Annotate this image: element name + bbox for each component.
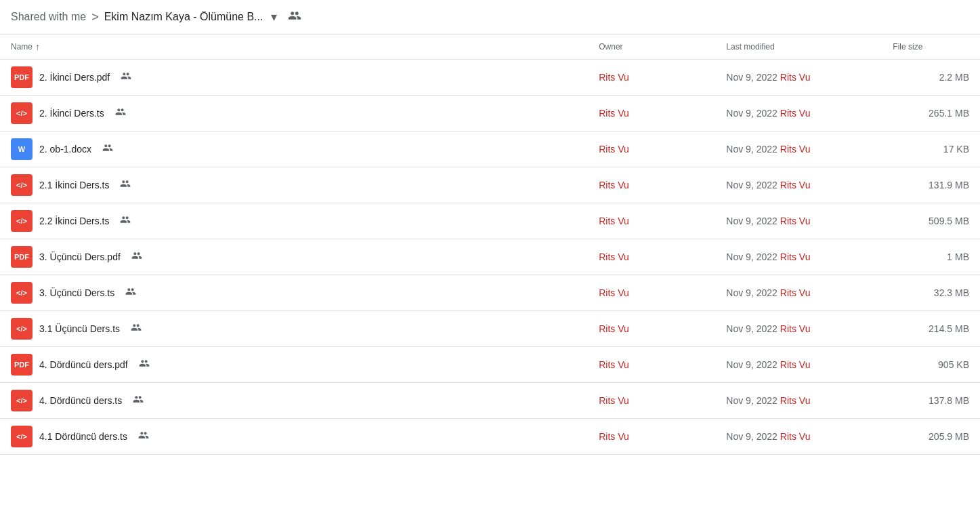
file-modified-cell: Nov 9, 2022 Rits Vu: [715, 167, 882, 203]
modified-by-link[interactable]: Rits Vu: [780, 216, 811, 226]
table-row[interactable]: </>4. Dördüncü ders.tsRits VuNov 9, 2022…: [0, 383, 980, 419]
col-header-owner[interactable]: Owner: [588, 35, 715, 60]
modified-by-link[interactable]: Rits Vu: [780, 251, 811, 262]
modified-date-text: Nov 9, 2022 Rits Vu: [726, 287, 871, 298]
modified-date-text: Nov 9, 2022 Rits Vu: [726, 395, 871, 406]
col-header-modified[interactable]: Last modified: [715, 35, 882, 60]
modified-by-link[interactable]: Rits Vu: [780, 108, 811, 119]
table-row[interactable]: </>2.1 İkinci Ders.tsRits VuNov 9, 2022 …: [0, 167, 980, 203]
file-icon-ts: </>: [11, 102, 33, 124]
owner-link[interactable]: Rits Vu: [599, 180, 629, 190]
file-size-cell: 2.2 MB: [882, 60, 980, 96]
sort-ascending-icon: ↑: [35, 41, 40, 52]
file-name-cell: </>4.1 Dördüncü ders.ts: [0, 419, 588, 455]
file-size-cell: 32.3 MB: [882, 275, 980, 311]
file-modified-cell: Nov 9, 2022 Rits Vu: [715, 131, 882, 167]
col-header-name[interactable]: Name ↑: [0, 35, 588, 60]
file-icon-pdf: PDF: [11, 354, 33, 376]
breadcrumb-dropdown-button[interactable]: ▾: [268, 8, 280, 26]
file-modified-cell: Nov 9, 2022 Rits Vu: [715, 203, 882, 239]
file-name-cell: </>3.1 Üçüncü Ders.ts: [0, 311, 588, 347]
file-owner-cell: Rits Vu: [588, 131, 715, 167]
table-row[interactable]: </>3. Üçüncü Ders.tsRits VuNov 9, 2022 R…: [0, 275, 980, 311]
chevron-down-icon: ▾: [271, 9, 277, 24]
file-icon-pdf: PDF: [11, 66, 33, 88]
shared-people-icon: [120, 178, 131, 192]
file-size-cell: 131.9 MB: [882, 167, 980, 203]
file-name-cell: </>4. Dördüncü ders.ts: [0, 383, 588, 419]
owner-link[interactable]: Rits Vu: [599, 359, 629, 370]
modified-date-text: Nov 9, 2022 Rits Vu: [726, 323, 871, 334]
table-row[interactable]: W2. ob-1.docxRits VuNov 9, 2022 Rits Vu1…: [0, 131, 980, 167]
col-header-size[interactable]: File size: [882, 35, 980, 60]
file-size-cell: 205.9 MB: [882, 419, 980, 455]
owner-link[interactable]: Rits Vu: [599, 144, 629, 155]
file-name-text: 3.1 Üçüncü Ders.ts: [39, 323, 120, 334]
file-name-cell: </>2. İkinci Ders.ts: [0, 96, 588, 131]
file-modified-cell: Nov 9, 2022 Rits Vu: [715, 383, 882, 419]
file-name-text: 2. İkinci Ders.ts: [39, 108, 104, 119]
modified-date-text: Nov 9, 2022 Rits Vu: [726, 144, 871, 155]
file-name-cell: PDF3. Üçüncü Ders.pdf: [0, 239, 588, 275]
file-size-cell: 1 MB: [882, 239, 980, 275]
modified-by-link[interactable]: Rits Vu: [780, 395, 811, 406]
shared-people-icon: [139, 358, 150, 371]
shared-people-icon: [138, 430, 149, 443]
file-size-cell: 137.8 MB: [882, 383, 980, 419]
file-name-cell: PDF4. Dördüncü ders.pdf: [0, 347, 588, 383]
file-name-text: 3. Üçüncü Ders.pdf: [39, 251, 121, 262]
file-icon-ts: </>: [11, 282, 33, 304]
modified-date-text: Nov 9, 2022 Rits Vu: [726, 359, 871, 370]
shared-people-icon: [131, 322, 142, 336]
modified-by-link[interactable]: Rits Vu: [780, 144, 811, 155]
modified-by-link[interactable]: Rits Vu: [780, 180, 811, 190]
owner-link[interactable]: Rits Vu: [599, 323, 629, 334]
modified-date-text: Nov 9, 2022 Rits Vu: [726, 180, 871, 190]
file-size-cell: 905 KB: [882, 347, 980, 383]
table-row[interactable]: </>3.1 Üçüncü Ders.tsRits VuNov 9, 2022 …: [0, 311, 980, 347]
shared-people-icon: [131, 250, 142, 264]
file-owner-cell: Rits Vu: [588, 203, 715, 239]
modified-by-link[interactable]: Rits Vu: [780, 323, 811, 334]
modified-date-text: Nov 9, 2022 Rits Vu: [726, 108, 871, 119]
file-name-text: 4.1 Dördüncü ders.ts: [39, 431, 127, 442]
owner-link[interactable]: Rits Vu: [599, 251, 629, 262]
owner-link[interactable]: Rits Vu: [599, 287, 629, 298]
table-row[interactable]: </>4.1 Dördüncü ders.tsRits VuNov 9, 202…: [0, 419, 980, 455]
table-row[interactable]: PDF4. Dördüncü ders.pdfRits VuNov 9, 202…: [0, 347, 980, 383]
file-owner-cell: Rits Vu: [588, 311, 715, 347]
breadcrumb-bar: Shared with me > Ekim Nazım Kaya - Ölümü…: [0, 0, 980, 35]
table-row[interactable]: PDF2. İkinci Ders.pdfRits VuNov 9, 2022 …: [0, 60, 980, 96]
owner-link[interactable]: Rits Vu: [599, 108, 629, 119]
modified-by-link[interactable]: Rits Vu: [780, 287, 811, 298]
table-row[interactable]: PDF3. Üçüncü Ders.pdfRits VuNov 9, 2022 …: [0, 239, 980, 275]
shared-people-icon: [125, 286, 136, 300]
modified-by-link[interactable]: Rits Vu: [780, 359, 811, 370]
file-owner-cell: Rits Vu: [588, 60, 715, 96]
file-modified-cell: Nov 9, 2022 Rits Vu: [715, 239, 882, 275]
file-owner-cell: Rits Vu: [588, 347, 715, 383]
table-row[interactable]: </>2.2 İkinci Ders.tsRits VuNov 9, 2022 …: [0, 203, 980, 239]
file-icon-docx: W: [11, 138, 33, 160]
file-icon-ts: </>: [11, 426, 33, 447]
file-owner-cell: Rits Vu: [588, 96, 715, 131]
file-modified-cell: Nov 9, 2022 Rits Vu: [715, 347, 882, 383]
file-modified-cell: Nov 9, 2022 Rits Vu: [715, 60, 882, 96]
file-name-text: 3. Üçüncü Ders.ts: [39, 287, 114, 298]
file-owner-cell: Rits Vu: [588, 275, 715, 311]
modified-by-link[interactable]: Rits Vu: [780, 431, 811, 442]
file-owner-cell: Rits Vu: [588, 167, 715, 203]
owner-link[interactable]: Rits Vu: [599, 216, 629, 226]
owner-link[interactable]: Rits Vu: [599, 72, 629, 83]
table-row[interactable]: </>2. İkinci Ders.tsRits VuNov 9, 2022 R…: [0, 96, 980, 131]
owner-link[interactable]: Rits Vu: [599, 395, 629, 406]
shared-with-me-link[interactable]: Shared with me: [11, 11, 86, 23]
file-owner-cell: Rits Vu: [588, 239, 715, 275]
shared-people-icon: [102, 142, 113, 156]
shared-people-icon: [120, 214, 131, 228]
modified-by-link[interactable]: Rits Vu: [780, 72, 811, 83]
file-icon-ts: </>: [11, 318, 33, 340]
file-size-cell: 214.5 MB: [882, 311, 980, 347]
owner-link[interactable]: Rits Vu: [599, 431, 629, 442]
breadcrumb-folder-name: Ekim Nazım Kaya - Ölümüne B...: [104, 11, 263, 23]
